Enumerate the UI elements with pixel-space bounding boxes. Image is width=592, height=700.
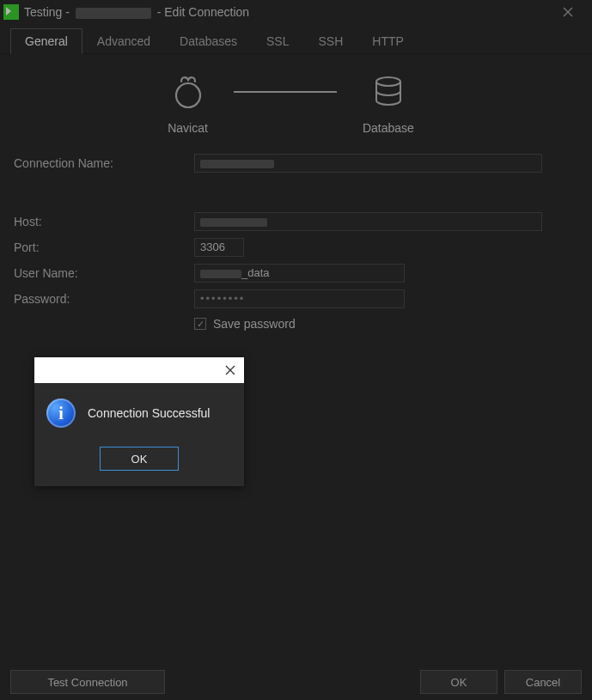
title-prefix: Testing - [24,5,73,19]
navicat-icon [169,75,207,109]
connector-line [234,91,337,93]
database-icon [369,75,407,109]
username-input[interactable]: _data [194,264,405,283]
label-username: User Name: [14,266,194,280]
title-bar: Testing - - Edit Connection [0,0,592,24]
message-text: Connection Successful [88,406,210,420]
app-icon [3,4,19,20]
tab-http[interactable]: HTTP [357,28,418,54]
message-ok-button[interactable]: OK [100,447,179,471]
close-icon[interactable] [225,363,235,378]
port-input[interactable]: 3306 [194,238,244,257]
label-port: Port: [14,240,194,254]
label-password: Password: [14,292,194,306]
title-redacted [76,8,151,19]
tab-databases[interactable]: Databases [165,28,252,54]
database-label: Database [363,121,414,135]
info-icon: i [46,399,76,428]
dialog-footer: Test Connection OK Cancel [0,664,592,700]
navicat-label: Navicat [168,121,208,135]
tab-advanced[interactable]: Advanced [82,28,165,54]
host-input[interactable] [194,212,542,231]
test-connection-button[interactable]: Test Connection [10,670,165,694]
general-panel: Navicat Database Connection Name: Host: … [0,54,592,348]
tab-bar: General Advanced Databases SSL SSH HTTP [0,24,592,54]
connection-name-input[interactable] [194,154,542,173]
tab-ssl[interactable]: SSL [252,28,303,54]
svg-point-0 [176,83,200,107]
message-dialog: i Connection Successful OK [34,357,244,486]
label-host: Host: [14,215,194,228]
tab-ssh[interactable]: SSH [304,28,358,54]
svg-point-1 [376,77,400,86]
close-icon[interactable] [551,0,585,24]
window-title: Testing - - Edit Connection [24,5,249,19]
logo-row: Navicat Database [14,75,568,135]
tab-general[interactable]: General [10,28,82,54]
label-connection-name: Connection Name: [14,156,194,170]
cancel-button[interactable]: Cancel [504,670,582,694]
password-input[interactable]: •••••••• [194,289,405,308]
save-password-checkbox[interactable]: ✓ [194,318,206,330]
title-suffix: - Edit Connection [154,5,249,19]
save-password-label: Save password [213,317,296,331]
message-dialog-titlebar [34,357,244,383]
ok-button[interactable]: OK [420,670,497,694]
username-suffix: _data [241,266,270,279]
